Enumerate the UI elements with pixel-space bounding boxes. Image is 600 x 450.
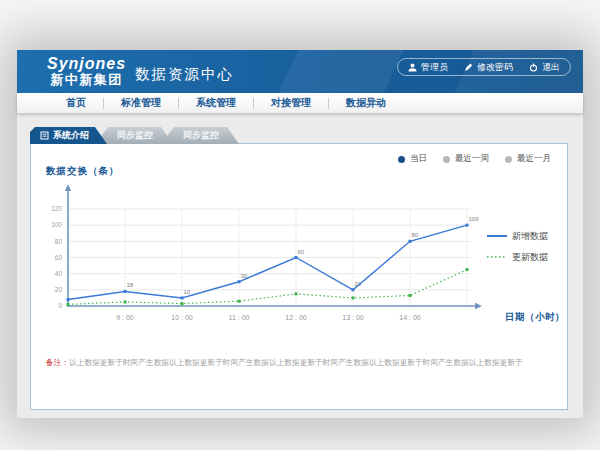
- svg-text:60: 60: [55, 254, 63, 261]
- user-menu-label: 退出: [542, 61, 560, 74]
- svg-text:100: 100: [51, 221, 62, 228]
- user-icon: [408, 63, 417, 72]
- svg-text:120: 120: [51, 205, 62, 212]
- user-menu-power[interactable]: 退出: [521, 61, 568, 74]
- doc-icon: [40, 131, 49, 140]
- nav-item-2[interactable]: 系统管理: [179, 96, 253, 110]
- nav-item-3[interactable]: 对接管理: [254, 96, 328, 110]
- svg-text:30: 30: [241, 273, 248, 279]
- svg-text:100: 100: [469, 216, 480, 222]
- svg-text:12 : 00: 12 : 00: [285, 314, 307, 321]
- line-chart: 0204060801001209 : 0010 : 0011 : 0012 : …: [31, 144, 569, 411]
- logo: Synjones 新中新集团: [47, 55, 126, 88]
- svg-text:11 : 00: 11 : 00: [229, 314, 250, 321]
- nav-item-4[interactable]: 数据异动: [329, 96, 403, 110]
- page-title: 数据资源中心: [135, 65, 234, 84]
- user-menu-user[interactable]: 管理员: [400, 61, 456, 74]
- footnote-label: 备注：: [46, 358, 69, 367]
- svg-text:18: 18: [127, 282, 134, 288]
- tab-label: 系统介绍: [53, 129, 89, 142]
- svg-text:20: 20: [355, 281, 362, 287]
- chart-panel: 当日最近一周最近一月 数据交换（条） 0204060801001209 : 00…: [30, 143, 568, 410]
- footnote-text: 以上数据更新于时间产生数据以上数据更新于时间产生数据以上数据更新于时间产生数据以…: [69, 358, 523, 367]
- svg-text:10 : 00: 10 : 00: [171, 314, 193, 321]
- svg-text:新增数据: 新增数据: [512, 231, 548, 241]
- tab-1[interactable]: 同步监控: [95, 127, 173, 144]
- svg-text:80: 80: [55, 238, 63, 245]
- svg-text:0: 0: [58, 302, 62, 309]
- footnote: 备注：以上数据更新于时间产生数据以上数据更新于时间产生数据以上数据更新于时间产生…: [46, 358, 523, 368]
- user-menu-label: 修改密码: [477, 61, 513, 74]
- app-window: Synjones 新中新集团 数据资源中心 管理员修改密码退出 首页标准管理系统…: [17, 50, 583, 418]
- svg-text:日期（小时）: 日期（小时）: [505, 311, 565, 323]
- edit-icon: [464, 63, 473, 72]
- svg-text:13 : 00: 13 : 00: [342, 314, 364, 321]
- app-header: Synjones 新中新集团 数据资源中心 管理员修改密码退出: [17, 50, 583, 93]
- tab-bar: 系统介绍同步监控同步监控: [30, 127, 239, 144]
- content-area: 系统介绍同步监控同步监控 当日最近一周最近一月 数据交换（条） 02040608…: [17, 113, 583, 418]
- svg-text:更新数据: 更新数据: [512, 252, 548, 262]
- svg-text:9 : 00: 9 : 00: [116, 314, 134, 321]
- main-nav: 首页标准管理系统管理对接管理数据异动: [17, 93, 583, 113]
- tab-label: 同步监控: [183, 129, 219, 142]
- nav-item-0[interactable]: 首页: [49, 96, 103, 110]
- logo-cn: 新中新集团: [47, 73, 126, 88]
- user-menu-edit[interactable]: 修改密码: [456, 61, 521, 74]
- svg-text:10: 10: [184, 289, 191, 295]
- nav-item-1[interactable]: 标准管理: [104, 96, 178, 110]
- svg-text:14 : 00: 14 : 00: [399, 314, 421, 321]
- svg-text:20: 20: [55, 286, 63, 293]
- tab-2[interactable]: 同步监控: [161, 127, 239, 144]
- tab-label: 同步监控: [117, 129, 153, 142]
- user-menu-label: 管理员: [421, 61, 448, 74]
- tab-0[interactable]: 系统介绍: [30, 127, 107, 144]
- svg-text:60: 60: [298, 249, 305, 255]
- user-menu: 管理员修改密码退出: [397, 58, 571, 76]
- svg-text:40: 40: [55, 270, 63, 277]
- svg-text:80: 80: [412, 232, 419, 238]
- logo-en: Synjones: [47, 55, 126, 73]
- power-icon: [529, 63, 538, 72]
